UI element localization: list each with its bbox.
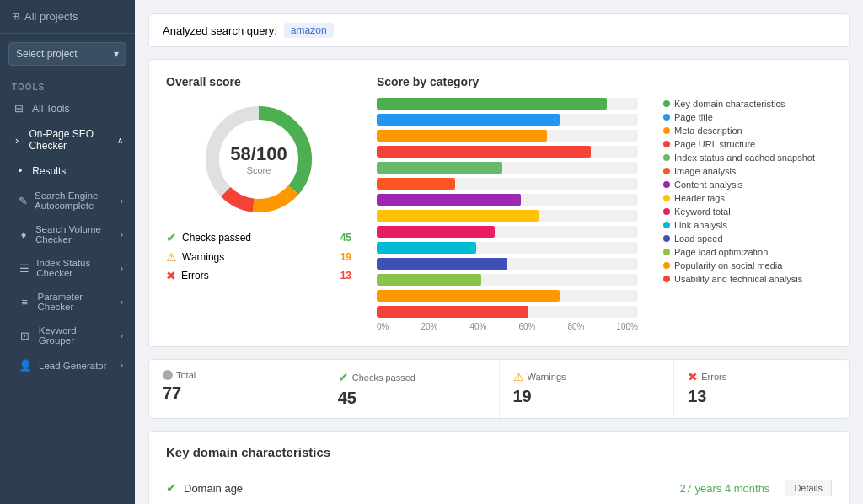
domain-age-details-button[interactable]: Details bbox=[785, 480, 832, 496]
bar-row bbox=[377, 225, 638, 239]
key-domain-title: Key domain characteristics bbox=[166, 445, 832, 459]
error-icon: ✖ bbox=[166, 269, 176, 282]
chevron-icon: › bbox=[121, 264, 123, 273]
grid-icon: ⊞ bbox=[12, 102, 25, 115]
bar-row bbox=[377, 289, 638, 303]
bar-fill bbox=[377, 306, 528, 318]
check-icon: ✔ bbox=[338, 370, 349, 385]
stat-checks: ✔ Checks passed 45 bbox=[324, 360, 500, 418]
bar-chart bbox=[377, 97, 638, 319]
stat-errors: ✖ Errors 13 bbox=[674, 360, 849, 418]
legend-label: Usability and technical analysis bbox=[674, 274, 802, 284]
main-content: Analyzed search query: amazon Overall sc… bbox=[135, 0, 863, 504]
bar-fill bbox=[377, 194, 521, 206]
sidebar-item-label: Search Volume Checker bbox=[35, 224, 114, 244]
sidebar-item-search-volume[interactable]: ♦ Search Volume Checker › bbox=[0, 217, 135, 251]
project-select-label: Select project bbox=[16, 48, 78, 60]
legend-item: Key domain characteristics bbox=[663, 99, 832, 109]
bar-fill bbox=[377, 98, 607, 110]
legend-label: Image analysis bbox=[674, 166, 736, 176]
bar-row bbox=[377, 113, 638, 126]
stats-row: Total 77 ✔ Checks passed 45 ⚠ Warnings 1… bbox=[148, 359, 850, 419]
legend-dot bbox=[663, 235, 670, 242]
legend-label: Keyword total bbox=[674, 206, 731, 217]
stat-checks-label: ✔ Checks passed bbox=[338, 370, 485, 385]
sidebar-item-keyword-grouper[interactable]: ⊡ Keyword Grouper › bbox=[0, 319, 135, 352]
legend-dot bbox=[663, 249, 670, 255]
bar-track bbox=[377, 114, 638, 126]
domain-age-label: Domain age bbox=[184, 482, 673, 495]
legend-item: Usability and technical analysis bbox=[663, 274, 832, 284]
sidebar-header-label: All projects bbox=[24, 10, 78, 23]
legend-dot bbox=[663, 154, 670, 161]
sidebar-item-label: Parameter Checker bbox=[37, 292, 113, 312]
sidebar-item-all-tools[interactable]: ⊞ All Tools bbox=[0, 95, 135, 121]
user-icon: 👤 bbox=[19, 359, 32, 372]
legend-label: Header tags bbox=[674, 193, 725, 203]
sidebar-item-label: Keyword Grouper bbox=[39, 325, 114, 346]
stat-checks-value: 45 bbox=[338, 389, 485, 408]
warnings-item: ⚠ Warnings 19 bbox=[166, 250, 351, 264]
chevron-icon: › bbox=[121, 230, 123, 239]
legend-item: Content analysis bbox=[663, 180, 832, 190]
sidebar-item-on-page-seo[interactable]: › On-Page SEO Checker ∧ bbox=[0, 121, 135, 158]
key-domain-section: Key domain characteristics ✔ Domain age … bbox=[148, 431, 850, 504]
bar-track bbox=[377, 210, 638, 222]
bar-track bbox=[377, 290, 638, 302]
sidebar-item-results[interactable]: Results bbox=[0, 158, 135, 184]
stat-total-label: Total bbox=[163, 370, 310, 380]
legend-label: Index status and cached snapshot bbox=[674, 153, 815, 163]
bar-row bbox=[377, 257, 638, 271]
bar-row bbox=[377, 305, 638, 319]
sidebar-item-label: Lead Generator bbox=[39, 361, 107, 371]
bar-track bbox=[377, 258, 638, 270]
bar-track bbox=[377, 226, 638, 238]
check-passed-item: ✔ Checks passed 45 bbox=[166, 230, 351, 245]
query-tag: amazon bbox=[284, 23, 334, 38]
legend-label: Popularity on social media bbox=[674, 260, 782, 271]
warn-icon: ⚠ bbox=[513, 370, 524, 383]
bar-fill bbox=[377, 226, 495, 238]
stat-errors-value: 13 bbox=[688, 387, 835, 406]
bar-row bbox=[377, 209, 638, 223]
edit-icon: ✎ bbox=[19, 195, 28, 207]
sidebar-item-search-engine[interactable]: ✎ Search Engine Autocomplete › bbox=[0, 184, 135, 217]
bar-track bbox=[377, 178, 638, 190]
stat-errors-label: ✖ Errors bbox=[688, 370, 835, 383]
chevron-icon: › bbox=[121, 331, 123, 340]
legend-label: Content analysis bbox=[674, 180, 742, 190]
donut-score: 58/100 bbox=[230, 143, 287, 165]
check-icon: ✔ bbox=[166, 230, 177, 245]
legend-dot bbox=[663, 262, 670, 269]
tools-label: TOOLS bbox=[0, 74, 135, 95]
domain-row-domain-age: ✔ Domain age 27 years 4 months Details bbox=[166, 471, 832, 504]
group-icon: ⊡ bbox=[19, 330, 32, 342]
sidebar-item-index-status[interactable]: ☰ Index Status Checker › bbox=[0, 251, 135, 285]
legend-item: Index status and cached snapshot bbox=[663, 153, 832, 163]
sidebar-header[interactable]: ⊞ All projects bbox=[0, 0, 135, 34]
bar-row bbox=[377, 193, 638, 206]
chevron-icon: › bbox=[121, 298, 123, 307]
legend-label: Link analysis bbox=[674, 220, 727, 230]
query-label: Analyzed search query: bbox=[163, 24, 277, 37]
stat-warnings-value: 19 bbox=[513, 387, 661, 406]
legend-item: Page URL structure bbox=[663, 139, 832, 149]
legend-item: Popularity on social media bbox=[663, 260, 832, 271]
legend-dot bbox=[663, 195, 670, 201]
bar-track bbox=[377, 194, 638, 206]
bar-axis: 0%20%40%60%80%100% bbox=[377, 322, 638, 331]
bar-row bbox=[377, 145, 638, 158]
sidebar-item-label: All Tools bbox=[32, 103, 69, 115]
stat-total: Total 77 bbox=[149, 360, 324, 418]
donut-label: Score bbox=[230, 165, 287, 175]
bar-fill bbox=[377, 130, 547, 142]
checks-passed-value: 45 bbox=[340, 232, 351, 244]
project-select[interactable]: Select project ▾ bbox=[8, 42, 126, 66]
legend-label: Page title bbox=[674, 112, 713, 122]
sidebar-item-parameter[interactable]: ≡ Parameter Checker › bbox=[0, 285, 135, 319]
bar-chart-title: Score by category bbox=[377, 75, 638, 88]
legend-item: Page title bbox=[663, 112, 832, 122]
chevron-icon: › bbox=[121, 361, 123, 370]
legend-item: Meta description bbox=[663, 126, 832, 136]
sidebar-item-lead-generator[interactable]: 👤 Lead Generator › bbox=[0, 352, 135, 378]
